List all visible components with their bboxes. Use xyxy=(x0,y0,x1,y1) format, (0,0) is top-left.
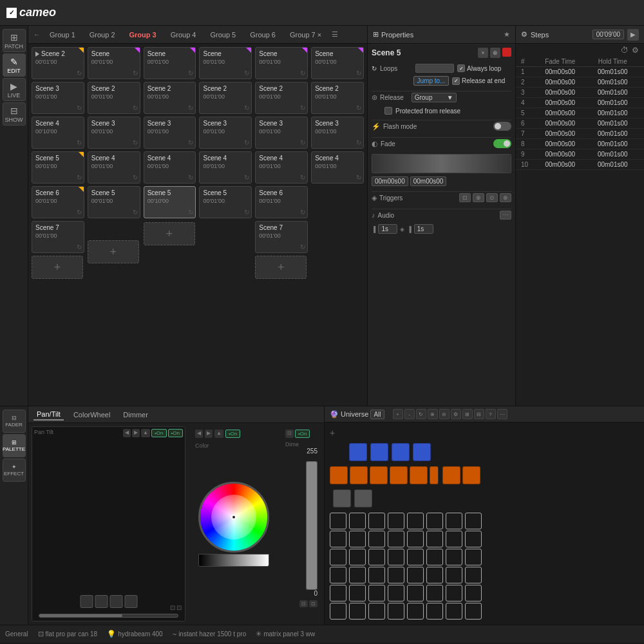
step-row[interactable]: 3 00m00s00 00m01s00 xyxy=(516,88,644,98)
pan-tilt-box[interactable]: Pan Tilt ◀ ▶ ▲ •On •On xyxy=(32,426,185,621)
channel-grid-cell[interactable] xyxy=(465,603,482,620)
universe-add-button[interactable]: + xyxy=(330,428,340,438)
fade-start-time[interactable]: 00m00s00 xyxy=(372,176,408,186)
tab-group3[interactable]: Group 3 xyxy=(123,29,163,41)
scene-card[interactable]: Scene 5 00'01'00 ↻ xyxy=(199,186,252,218)
scene-card[interactable]: Scene 2 00'01'00 ↻ xyxy=(311,82,364,114)
channel-grid-cell[interactable] xyxy=(368,567,385,583)
channel-grid-cell[interactable] xyxy=(407,549,424,565)
step-row[interactable]: 4 00m00s00 00m01s00 xyxy=(516,98,644,108)
palette-button[interactable]: ⊞ PALETTE xyxy=(3,434,26,457)
pt-grid-cell[interactable] xyxy=(109,595,122,608)
pt-ctrl-1[interactable]: ◀ xyxy=(123,429,131,437)
channel-grid-cell[interactable] xyxy=(426,567,443,583)
channel-grid-cell[interactable] xyxy=(388,531,404,547)
scene-card[interactable]: Scene 00'01'00 ↻ xyxy=(311,47,364,79)
scene-card[interactable]: Scene 6 00'01'00 ↻ xyxy=(32,186,84,218)
channel-blue-4[interactable] xyxy=(413,443,431,461)
channel-grid-cell[interactable] xyxy=(407,603,424,620)
channel-grid-cell[interactable] xyxy=(349,513,366,529)
channel-grid-cell[interactable] xyxy=(465,549,482,565)
scene-card[interactable]: Scene 3 00'01'00 ↻ xyxy=(88,117,140,149)
dimmer-bar[interactable] xyxy=(306,461,317,590)
pan-tilt-slider[interactable] xyxy=(39,614,178,618)
scene-card[interactable]: Scene 3 00'01'00 ↻ xyxy=(32,82,84,114)
tab-group5[interactable]: Group 5 xyxy=(204,29,242,41)
scene-card[interactable]: Scene 2 00'01'00 ↻ xyxy=(88,82,140,114)
scene-card[interactable]: Scene 7 00'01'00 ↻ xyxy=(32,221,84,253)
step-row[interactable]: 10 00m00s00 00m01s00 xyxy=(516,160,644,170)
color-ctrl-3[interactable]: ▲ xyxy=(214,430,223,438)
channel-grid-cell[interactable] xyxy=(330,513,346,529)
channel-orange-8[interactable] xyxy=(462,466,480,484)
audio-time-1[interactable]: 1s xyxy=(378,224,397,234)
channel-blue-1[interactable] xyxy=(349,443,367,461)
scene-card[interactable]: Scene 2 00'01'00 ↻ xyxy=(255,82,308,114)
trigger-btn-2[interactable]: ⊕ xyxy=(473,193,484,202)
trigger-btn-4[interactable]: ⊗ xyxy=(500,193,511,202)
scene-card[interactable]: Scene 3 00'01'00 ↻ xyxy=(255,117,308,149)
channel-grid-cell[interactable] xyxy=(330,531,346,547)
tab-pan-tilt[interactable]: Pan/Tilt xyxy=(33,409,64,421)
scene-card[interactable]: Scene 2 00'01'00 ↻ xyxy=(144,82,196,114)
utool-help[interactable]: ? xyxy=(486,409,496,419)
utool-expand[interactable]: ⊞ xyxy=(462,409,473,419)
dimmer-ctrl[interactable]: ⊡ xyxy=(285,430,294,438)
channel-grid-cell[interactable] xyxy=(368,585,385,601)
scene-card[interactable]: Scene 4 00'01'00 ↻ xyxy=(144,151,196,184)
utool-more[interactable]: ⋯ xyxy=(497,409,507,419)
channel-grid-cell[interactable] xyxy=(388,603,404,620)
channel-grid-cell[interactable] xyxy=(368,549,385,565)
add-scene-button[interactable]: + xyxy=(144,222,195,245)
channel-grid-cell[interactable] xyxy=(446,567,462,583)
add-scene-button[interactable]: + xyxy=(88,240,139,263)
dimmer-bottom-1[interactable]: ⊡ xyxy=(299,600,308,607)
color-on-btn[interactable]: •On xyxy=(225,430,240,438)
tab-menu-icon[interactable]: ☰ xyxy=(332,30,338,39)
channel-grid-cell[interactable] xyxy=(446,603,462,620)
steps-clock-icon[interactable]: ⏱ xyxy=(621,46,629,55)
channel-grid-cell[interactable] xyxy=(407,513,424,529)
sidebar-btn-show[interactable]: ⊟ SHOW xyxy=(3,102,26,126)
footer-item-1[interactable]: ⊡ flat pro par can 18 xyxy=(38,630,98,638)
channel-grid-cell[interactable] xyxy=(368,513,385,529)
add-scene-button[interactable]: + xyxy=(255,256,307,279)
channel-grid-cell[interactable] xyxy=(426,549,443,565)
channel-grid-cell[interactable] xyxy=(446,585,462,601)
fade-end-time[interactable]: 00m00s00 xyxy=(410,176,447,186)
scene-card[interactable]: Scene 6 00'01'00 ↻ xyxy=(255,186,308,218)
channel-grid-cell[interactable] xyxy=(465,567,482,583)
universe-select[interactable]: All xyxy=(370,410,384,419)
channel-orange-2[interactable] xyxy=(350,466,368,484)
channel-grid-cell[interactable] xyxy=(426,513,443,529)
pt-grid-cell[interactable] xyxy=(80,595,93,608)
tab-group7[interactable]: Group 7 × xyxy=(283,29,328,41)
pt-ctrl-3[interactable]: ▲ xyxy=(141,429,150,437)
channel-grid-cell[interactable] xyxy=(407,531,424,547)
sidebar-btn-edit[interactable]: ✎ EDIT xyxy=(3,53,26,77)
scene-delete-button[interactable]: × xyxy=(478,48,488,58)
scene-card[interactable]: Scene 5 00'01'00 ↻ xyxy=(88,186,140,218)
tab-dimmer[interactable]: Dimmer xyxy=(120,410,151,420)
dimmer-on-btn[interactable]: •On xyxy=(295,430,310,438)
footer-item-2[interactable]: 💡 hydrabeam 400 xyxy=(107,630,163,638)
utool-copy[interactable]: ⊕ xyxy=(428,409,438,419)
channel-grid-cell[interactable] xyxy=(349,549,366,565)
release-at-end-checkbox[interactable]: ✓ xyxy=(452,77,460,85)
scene-card[interactable]: Scene 4 00'01'00 ↻ xyxy=(311,151,364,184)
channel-gray-2[interactable] xyxy=(354,489,372,507)
scene-card[interactable]: Scene 3 00'01'00 ↻ xyxy=(311,117,364,149)
channel-orange-3[interactable] xyxy=(370,466,388,484)
channel-orange-6[interactable] xyxy=(430,466,439,484)
tab-arrow-left[interactable]: ← xyxy=(32,31,42,38)
color-ctrl-1[interactable]: ◀ xyxy=(195,430,203,438)
channel-grid-cell[interactable] xyxy=(446,531,462,547)
step-row[interactable]: 5 00m00s00 00m01s00 xyxy=(516,108,644,118)
tilt-on-btn[interactable]: •On xyxy=(168,429,183,437)
channel-grid-cell[interactable] xyxy=(388,513,404,529)
step-row[interactable]: 2 00m00s00 00m01s00 xyxy=(516,77,644,88)
utool-grid[interactable]: ⊟ xyxy=(474,409,484,419)
scene-card[interactable]: Scene 7 00'01'00 ↻ xyxy=(255,221,308,253)
flash-mode-toggle[interactable] xyxy=(493,122,511,131)
footer-item-4[interactable]: ✳ matrix panel 3 ww xyxy=(256,630,315,638)
